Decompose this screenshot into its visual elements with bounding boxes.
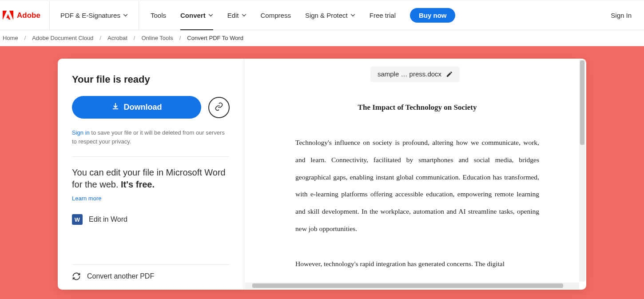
chevron-down-icon [242, 14, 246, 17]
buy-now-button[interactable]: Buy now [410, 8, 456, 23]
breadcrumb: Home/ Adobe Document Cloud/ Acrobat/ Onl… [0, 30, 644, 46]
crumb-home[interactable]: Home [3, 35, 18, 41]
privacy-note: Sign in to save your file or it will be … [72, 128, 230, 146]
ready-heading: Your file is ready [72, 74, 230, 85]
nav-pdf-esignatures[interactable]: PDF & E-Signatures [50, 1, 139, 30]
left-panel: Your file is ready Download Sign in to s… [58, 59, 244, 290]
vertical-scrollbar[interactable] [579, 60, 585, 282]
edit-promo-text: You can edit your file in Microsoft Word… [72, 167, 230, 191]
nav-compress[interactable]: Compress [261, 1, 291, 30]
learn-more-link[interactable]: Learn more [72, 195, 230, 202]
chevron-down-icon [208, 14, 213, 17]
nav-free-trial[interactable]: Free trial [370, 1, 396, 30]
nav-pdf-label: PDF & E-Signatures [60, 12, 120, 19]
filename-text: sample … press.docx [378, 70, 441, 78]
link-icon [215, 102, 223, 112]
sign-in-link[interactable]: Sign In [598, 1, 644, 30]
nav-edit[interactable]: Edit [227, 1, 246, 30]
crumb-acrobat[interactable]: Acrobat [107, 35, 127, 41]
download-button[interactable]: Download [72, 96, 201, 119]
pencil-icon [446, 71, 453, 78]
chevron-down-icon [123, 14, 128, 17]
nav-sign-protect[interactable]: Sign & Protect [305, 1, 355, 30]
adobe-wordmark: Adobe [17, 11, 40, 20]
scrollbar-thumb[interactable] [580, 60, 584, 145]
share-link-button[interactable] [208, 97, 230, 118]
divider [72, 264, 230, 265]
nav-tools[interactable]: Tools [151, 1, 166, 30]
doc-paragraph: Technology's influence on society is pro… [295, 134, 539, 238]
doc-title: The Impact of Technology on Society [295, 103, 539, 112]
crumb-adc[interactable]: Adobe Document Cloud [32, 35, 93, 41]
refresh-icon [72, 272, 81, 281]
convert-another-label: Convert another PDF [87, 272, 154, 280]
doc-paragraph: However, technology's rapid integration … [295, 255, 539, 273]
crumb-current: Convert PDF To Word [187, 35, 243, 41]
word-icon: W [72, 214, 83, 225]
filename-pill[interactable]: sample … press.docx [371, 67, 459, 81]
adobe-logo[interactable]: Adobe [0, 1, 50, 30]
adobe-logo-icon [3, 11, 13, 20]
result-card: Your file is ready Download Sign in to s… [58, 59, 586, 290]
edit-in-word-label: Edit in Word [89, 215, 127, 223]
divider [72, 156, 230, 157]
crumb-online-tools[interactable]: Online Tools [141, 35, 173, 41]
main-header: Adobe PDF & E-Signatures Tools Convert E… [0, 1, 644, 30]
stage: Your file is ready Download Sign in to s… [0, 46, 644, 299]
edit-in-word-button[interactable]: W Edit in Word [72, 214, 230, 225]
download-icon [111, 102, 119, 112]
primary-nav: Tools Convert Edit Compress Sign & Prote… [139, 1, 598, 30]
chevron-down-icon [350, 14, 355, 17]
download-label: Download [124, 103, 162, 112]
horizontal-scrollbar[interactable] [245, 283, 579, 289]
scrollbar-thumb[interactable] [252, 283, 563, 288]
nav-convert[interactable]: Convert [180, 1, 213, 30]
document-preview: The Impact of Technology on Society Tech… [244, 94, 579, 290]
sign-in-link-inline[interactable]: Sign in [72, 129, 90, 136]
convert-another-button[interactable]: Convert another PDF [72, 272, 230, 281]
preview-panel: sample … press.docx The Impact of Techno… [244, 59, 586, 290]
